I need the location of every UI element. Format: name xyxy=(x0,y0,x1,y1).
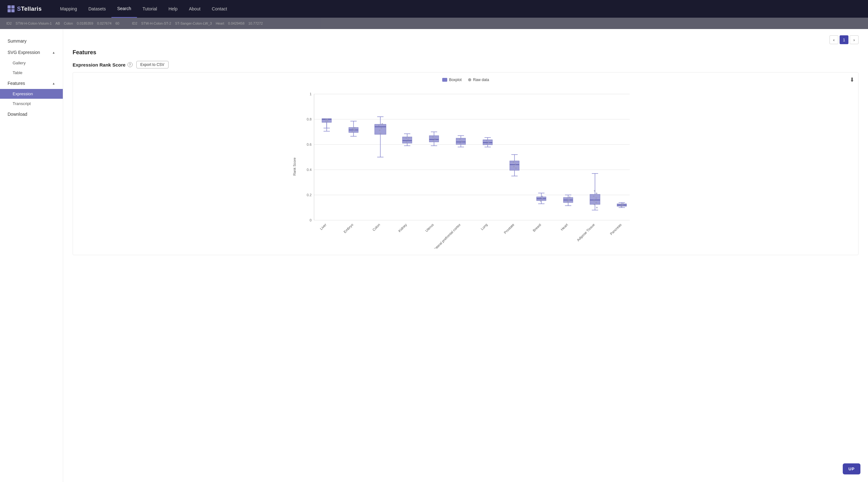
svg-point-128 xyxy=(622,205,624,206)
svg-point-105 xyxy=(569,196,571,198)
chart-header: Expression Rank Score ? Export to CSV xyxy=(72,61,859,68)
svg-point-14 xyxy=(327,120,329,122)
chevron-up-icon: ▲ xyxy=(52,51,55,54)
y-tick-0: 0 xyxy=(310,218,312,222)
x-label-liver: Liver xyxy=(319,223,327,231)
svg-point-35 xyxy=(381,127,382,129)
svg-point-83 xyxy=(515,163,516,165)
chart-svg-wrapper: Rank Score 1 0.8 0.6 0.4 0.2 0 xyxy=(78,85,853,250)
svg-point-129 xyxy=(621,206,622,207)
svg-point-106 xyxy=(567,200,569,201)
svg-point-56 xyxy=(434,138,436,140)
expression-rank-chart: Rank Score 1 0.8 0.6 0.4 0.2 0 xyxy=(78,85,853,249)
brand-icon xyxy=(7,5,14,12)
svg-point-37 xyxy=(382,123,383,125)
sidebar-item-svg-expression[interactable]: SVG Expression ▲ xyxy=(0,47,63,58)
y-tick-06: 0.6 xyxy=(307,142,312,147)
nav-item-contact[interactable]: Contact xyxy=(206,0,232,18)
nav-item-search[interactable]: Search xyxy=(112,0,137,18)
sidebar-item-summary[interactable]: Summary xyxy=(0,35,63,47)
sidebar-item-gallery[interactable]: Gallery xyxy=(0,58,63,68)
svg-point-84 xyxy=(513,166,515,167)
navbar: STellaris Mapping Datasets Search Tutori… xyxy=(0,0,868,18)
export-csv-button[interactable]: Export to CSV xyxy=(136,61,168,68)
features-section-title: Features xyxy=(72,49,859,56)
svg-point-127 xyxy=(620,204,622,205)
svg-point-75 xyxy=(486,143,488,145)
svg-point-120 xyxy=(596,207,598,208)
chart-container: Boxplot Raw data ⬇ Rank Score xyxy=(72,72,859,255)
svg-point-73 xyxy=(486,140,488,141)
sidebar-item-download[interactable]: Download xyxy=(0,108,63,120)
y-tick-1: 1 xyxy=(310,92,312,96)
svg-point-66 xyxy=(460,142,461,144)
chart-title: Expression Rank Score ? xyxy=(72,62,132,67)
nav-links: Mapping Datasets Search Tutorial Help Ab… xyxy=(54,0,232,18)
x-label-uterus: Uterus xyxy=(425,223,435,233)
sidebar-item-table[interactable]: Table xyxy=(0,68,63,77)
sidebar-item-transcript[interactable]: Transcript xyxy=(0,99,63,108)
pagination-bar: ‹ 1 › xyxy=(72,35,859,44)
legend-rawdata-icon xyxy=(468,78,471,82)
table-scroll-bg: ID2 STW-H-Colon-Visium-1 AB Colon 0.0185… xyxy=(0,18,868,29)
pagination-prev[interactable]: ‹ xyxy=(830,35,838,44)
svg-point-26 xyxy=(354,127,356,129)
svg-point-92 xyxy=(540,197,541,198)
svg-point-116 xyxy=(596,202,597,203)
svg-point-65 xyxy=(461,141,463,142)
download-icon[interactable]: ⬇ xyxy=(850,76,855,83)
nav-item-about[interactable]: About xyxy=(183,0,207,18)
info-icon[interactable]: ? xyxy=(127,62,132,67)
sidebar-item-features[interactable]: Features ▲ xyxy=(0,77,63,89)
svg-point-74 xyxy=(488,141,490,143)
svg-rect-109 xyxy=(590,194,600,204)
x-label-heart: Heart xyxy=(560,223,569,231)
svg-point-95 xyxy=(541,196,543,197)
x-label-embryo: Embryo xyxy=(343,223,354,234)
main-container: Summary SVG Expression ▲ Gallery Table F… xyxy=(0,29,868,482)
y-tick-08: 0.8 xyxy=(307,117,312,121)
nav-item-tutorial[interactable]: Tutorial xyxy=(137,0,163,18)
legend-rawdata: Raw data xyxy=(468,77,489,82)
x-label-prostate: Prostate xyxy=(503,223,515,234)
svg-rect-78 xyxy=(510,161,519,170)
svg-point-115 xyxy=(593,200,595,201)
svg-point-117 xyxy=(594,204,595,205)
svg-point-27 xyxy=(353,129,354,130)
nav-item-help[interactable]: Help xyxy=(163,0,183,18)
svg-point-34 xyxy=(378,125,380,127)
svg-point-57 xyxy=(433,140,434,141)
svg-point-82 xyxy=(513,161,515,163)
svg-point-85 xyxy=(516,167,517,169)
up-button[interactable]: UP xyxy=(843,463,861,475)
x-label-breast: Breast xyxy=(532,223,541,232)
legend-boxplot-icon xyxy=(442,78,447,82)
brand: STellaris xyxy=(7,5,42,12)
svg-point-93 xyxy=(541,198,543,200)
svg-point-38 xyxy=(380,133,381,134)
legend-boxplot: Boxplot xyxy=(442,77,462,82)
svg-point-64 xyxy=(459,139,461,140)
chart-legend: Boxplot Raw data xyxy=(78,77,853,82)
svg-point-25 xyxy=(352,131,353,133)
nav-item-datasets[interactable]: Datasets xyxy=(83,0,112,18)
sidebar: Summary SVG Expression ▲ Gallery Table F… xyxy=(0,29,63,482)
pagination-next[interactable]: › xyxy=(850,35,859,44)
svg-point-130 xyxy=(622,203,624,205)
x-label-lung: Lung xyxy=(480,223,488,231)
svg-point-102 xyxy=(566,197,568,199)
svg-point-15 xyxy=(326,121,327,123)
svg-point-16 xyxy=(327,119,328,120)
svg-point-119 xyxy=(594,190,596,192)
nav-item-mapping[interactable]: Mapping xyxy=(54,0,83,18)
sidebar-item-expression[interactable]: Expression xyxy=(0,89,63,99)
pagination-current[interactable]: 1 xyxy=(840,35,848,44)
brand-name: STellaris xyxy=(17,6,42,12)
y-tick-04: 0.4 xyxy=(307,168,312,171)
chevron-up-icon-2: ▲ xyxy=(52,82,55,85)
svg-point-45 xyxy=(406,137,407,139)
svg-point-48 xyxy=(408,137,410,138)
main-content: ‹ 1 › Features Expression Rank Score ? E… xyxy=(63,29,868,482)
svg-point-47 xyxy=(406,141,407,143)
svg-point-94 xyxy=(540,200,541,202)
